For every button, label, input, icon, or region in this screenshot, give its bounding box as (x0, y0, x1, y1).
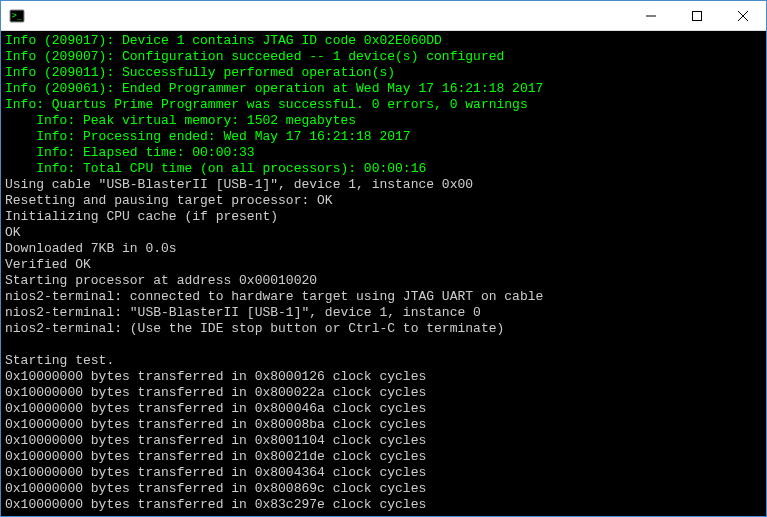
svg-rect-3 (693, 12, 702, 21)
application-window: >_ Info (209017): Device 1 contains JTAG… (0, 0, 767, 517)
terminal-line: 0x10000000 bytes transferred in 0x800046… (5, 401, 762, 417)
terminal-line: 0x10000000 bytes transferred in 0x800869… (5, 481, 762, 497)
terminal-line: 0x10000000 bytes transferred in 0x80021d… (5, 449, 762, 465)
terminal-line: Info: Quartus Prime Programmer was succe… (5, 97, 762, 113)
terminal-line: 0x10000000 bytes transferred in 0x80008b… (5, 417, 762, 433)
titlebar[interactable]: >_ (1, 1, 766, 31)
app-icon: >_ (9, 8, 25, 24)
terminal-line: Info (209007): Configuration succeeded -… (5, 49, 762, 65)
terminal-line: Info: Elapsed time: 00:00:33 (5, 145, 762, 161)
terminal-line: Verified OK (5, 257, 762, 273)
terminal-line: 0x10000000 bytes transferred in 0x800436… (5, 465, 762, 481)
terminal-line: nios2-terminal: connected to hardware ta… (5, 289, 762, 305)
terminal-line: nios2-terminal: (Use the IDE stop button… (5, 321, 762, 337)
terminal-line: Info (209011): Successfully performed op… (5, 65, 762, 81)
terminal-line: Info: Processing ended: Wed May 17 16:21… (5, 129, 762, 145)
titlebar-left: >_ (9, 8, 31, 24)
terminal-line: Info (209061): Ended Programmer operatio… (5, 81, 762, 97)
terminal-line: 0x10000000 bytes transferred in 0x83c297… (5, 497, 762, 513)
terminal-line: Starting processor at address 0x00010020 (5, 273, 762, 289)
terminal-output[interactable]: Info (209017): Device 1 contains JTAG ID… (1, 31, 766, 516)
maximize-button[interactable] (674, 1, 720, 31)
terminal-line: OK (5, 225, 762, 241)
terminal-line: 0x10000000 bytes transferred in 0x800110… (5, 433, 762, 449)
close-button[interactable] (720, 1, 766, 31)
terminal-line: 0x10000000 bytes transferred in 0x800012… (5, 369, 762, 385)
terminal-line: Info: Peak virtual memory: 1502 megabyte… (5, 113, 762, 129)
minimize-button[interactable] (628, 1, 674, 31)
terminal-line: Info: Total CPU time (on all processors)… (5, 161, 762, 177)
terminal-line: Initializing CPU cache (if present) (5, 209, 762, 225)
terminal-line: Resetting and pausing target processor: … (5, 193, 762, 209)
terminal-line: Downloaded 7KB in 0.0s (5, 241, 762, 257)
terminal-line: Using cable "USB-BlasterII [USB-1]", dev… (5, 177, 762, 193)
svg-text:>_: >_ (12, 11, 22, 20)
terminal-line: nios2-terminal: "USB-BlasterII [USB-1]",… (5, 305, 762, 321)
terminal-line: Starting test. (5, 353, 762, 369)
terminal-line (5, 337, 762, 353)
terminal-line: 0x10000000 bytes transferred in 0x800022… (5, 385, 762, 401)
terminal-line: Info (209017): Device 1 contains JTAG ID… (5, 33, 762, 49)
window-controls (628, 1, 766, 30)
